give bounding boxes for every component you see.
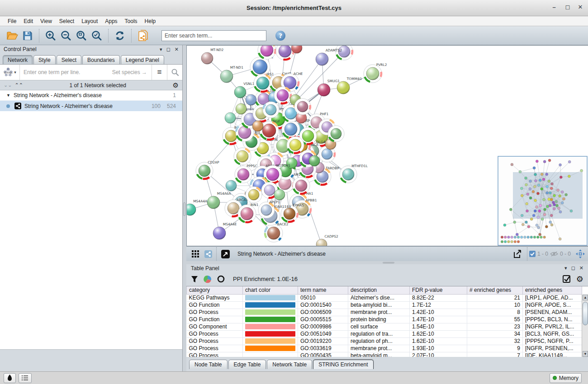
column-header[interactable]: enriched genes bbox=[523, 286, 582, 294]
table-vertical-scrollbar[interactable]: ▲ ▼ bbox=[582, 295, 588, 357]
table-cell[interactable]: GO Process bbox=[187, 352, 243, 357]
table-cell[interactable]: 1.7E-12 bbox=[410, 301, 467, 309]
panel-close-icon[interactable]: ✕ bbox=[175, 47, 179, 52]
table-cell[interactable]: regulation of ph... bbox=[348, 337, 410, 345]
table-row[interactable]: GO FunctionGO:0005515protein binding1.47… bbox=[187, 316, 582, 323]
splitter-grip[interactable] bbox=[183, 202, 185, 216]
menu-edit[interactable]: Edit bbox=[20, 17, 36, 25]
table-cell[interactable]: 1.62E-10 bbox=[410, 337, 467, 345]
table-row[interactable]: GO FunctionGO:0001540beta-amyloid bi...1… bbox=[187, 301, 582, 309]
table-cell[interactable] bbox=[243, 309, 298, 316]
table-cell[interactable]: cell surface bbox=[348, 323, 410, 330]
table-cell[interactable] bbox=[243, 352, 298, 357]
scroll-up-arrow[interactable]: ▲ bbox=[583, 295, 588, 300]
search-input[interactable] bbox=[161, 30, 266, 41]
panel-float-icon[interactable]: ◻ bbox=[571, 265, 575, 271]
table-cell[interactable] bbox=[243, 316, 298, 323]
network-node-tomm40[interactable]: TOMM40 bbox=[337, 77, 362, 94]
table-cell[interactable]: GO Process bbox=[187, 309, 243, 316]
task-history-button[interactable] bbox=[4, 373, 16, 383]
table-cell[interactable] bbox=[243, 301, 298, 309]
table-cell[interactable]: regulation of tra... bbox=[348, 330, 410, 337]
table-cell[interactable]: [IDE, KIAA1149... bbox=[523, 352, 582, 357]
table-cell[interactable] bbox=[243, 337, 298, 345]
table-row[interactable]: GO ComponentGO:0009986cell surface1.54E-… bbox=[187, 323, 582, 330]
panel-menu-icon[interactable]: ▾ bbox=[160, 47, 162, 52]
menu-layout[interactable]: Layout bbox=[78, 17, 101, 25]
expand-all-icon[interactable]: ⌃⌃ bbox=[14, 82, 23, 88]
table-cell[interactable]: beta-amyloid m... bbox=[348, 352, 410, 357]
network-node-cd2ap[interactable]: CD2AP bbox=[196, 160, 219, 179]
hidden-eye-icon[interactable] bbox=[550, 251, 558, 257]
network-node-mt-nd1[interactable]: MT-ND1 bbox=[220, 66, 243, 83]
tab-network[interactable]: Network bbox=[3, 55, 33, 64]
ring-chart-icon[interactable] bbox=[217, 275, 225, 283]
network-node-pvrl2[interactable]: PVRL2 bbox=[364, 63, 387, 83]
network-node[interactable] bbox=[234, 148, 251, 165]
network-node[interactable] bbox=[328, 126, 344, 142]
network-node[interactable] bbox=[274, 87, 291, 104]
table-cell[interactable]: GO:0019220 bbox=[298, 337, 348, 345]
filter-icon[interactable] bbox=[191, 276, 198, 283]
network-collection-row[interactable]: ▼ String Network - Alzheimer's disease 1 bbox=[0, 90, 182, 101]
table-cell[interactable]: GO:0051049 bbox=[298, 330, 348, 337]
network-node[interactable] bbox=[274, 189, 285, 200]
table-cell[interactable]: 9 bbox=[467, 345, 523, 352]
save-session-button[interactable] bbox=[20, 28, 35, 43]
tab-legend-panel[interactable]: Legend Panel bbox=[121, 55, 164, 64]
command-panel-button[interactable] bbox=[19, 373, 32, 383]
zoom-fit-button[interactable] bbox=[74, 28, 89, 43]
table-cell[interactable]: GO:0006509 bbox=[298, 309, 348, 316]
apply-layout-button[interactable] bbox=[112, 28, 128, 43]
table-cell[interactable]: GO:0001540 bbox=[298, 301, 348, 309]
table-cell[interactable]: GO Component bbox=[187, 323, 243, 330]
birdseye-toggle-icon[interactable] bbox=[575, 249, 585, 259]
network-node[interactable] bbox=[287, 136, 304, 154]
column-header[interactable]: # enriched genes bbox=[467, 286, 523, 294]
settings-gear-icon[interactable]: ⚙ bbox=[576, 274, 583, 284]
table-cell[interactable]: 8 bbox=[467, 309, 523, 316]
table-cell[interactable]: 8.82E-22 bbox=[410, 294, 467, 301]
network-node[interactable] bbox=[236, 103, 247, 114]
network-node[interactable] bbox=[309, 155, 320, 166]
table-row[interactable]: GO ProcessGO:0050435beta-amyloid m...2.0… bbox=[187, 352, 582, 357]
table-cell[interactable]: GO:0050435 bbox=[298, 352, 348, 357]
table-cell[interactable]: 1.54E-10 bbox=[410, 323, 467, 330]
menu-file[interactable]: File bbox=[5, 17, 19, 25]
network-node[interactable] bbox=[293, 177, 310, 194]
table-cell[interactable]: 05010 bbox=[298, 294, 348, 301]
zoom-out-button[interactable] bbox=[58, 28, 74, 43]
column-header[interactable]: term name bbox=[298, 286, 348, 294]
table-cell[interactable]: 1.42E-10 bbox=[410, 309, 467, 316]
string-options-button[interactable]: ≡ bbox=[152, 65, 167, 80]
table-cell[interactable]: GO:0033619 bbox=[298, 345, 348, 352]
tab-select[interactable]: Select bbox=[57, 55, 81, 64]
table-cell[interactable]: [PPP5C, NGFR, P... bbox=[523, 337, 582, 345]
network-node[interactable] bbox=[252, 121, 263, 131]
network-view-mode-button[interactable] bbox=[202, 246, 214, 262]
vertical-splitter[interactable] bbox=[183, 45, 186, 371]
grid-mode-button[interactable] bbox=[189, 246, 202, 262]
table-cell[interactable] bbox=[243, 323, 298, 330]
scroll-down-arrow[interactable]: ▼ bbox=[583, 351, 588, 357]
tab-network-table[interactable]: Network Table bbox=[267, 360, 312, 369]
network-node-smug1[interactable]: SMUG1 bbox=[318, 79, 340, 96]
detach-view-button[interactable] bbox=[218, 246, 232, 262]
panel-menu-icon[interactable]: ▾ bbox=[564, 265, 567, 271]
tree-expand-icon[interactable]: ▼ bbox=[6, 93, 10, 98]
table-cell[interactable]: membrane prot... bbox=[348, 345, 410, 352]
splitter-grip[interactable] bbox=[383, 262, 394, 263]
table-row[interactable]: GO ProcessGO:0033619membrane prot...1.93… bbox=[187, 345, 582, 352]
selected-checkbox-icon[interactable] bbox=[529, 251, 536, 257]
table-cell[interactable]: 21 bbox=[467, 294, 523, 301]
table-cell[interactable]: Alzheimer's dise... bbox=[348, 294, 410, 301]
zoom-in-button[interactable] bbox=[43, 28, 58, 43]
close-button[interactable]: ✕ bbox=[574, 4, 586, 13]
select-checkbox-icon[interactable] bbox=[563, 275, 571, 283]
table-cell[interactable]: 7 bbox=[467, 352, 523, 357]
string-term-input[interactable]: Enter one term per line. bbox=[20, 69, 112, 75]
table-cell[interactable]: GO Function bbox=[187, 316, 243, 323]
memory-button[interactable]: Memory bbox=[550, 373, 582, 383]
help-button[interactable]: ? bbox=[273, 28, 288, 43]
table-cell[interactable]: GO Process bbox=[187, 330, 243, 337]
